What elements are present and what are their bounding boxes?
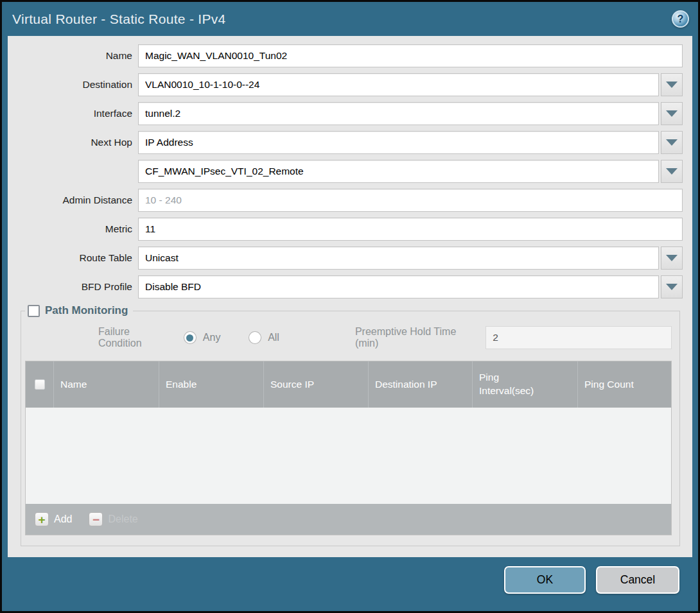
column-header-ping-interval[interactable]: Ping Interval(sec)	[473, 361, 578, 408]
admin-distance-field[interactable]	[138, 189, 683, 212]
destination-label: Destination	[8, 79, 132, 91]
form-row-admin-distance: Admin Distance	[8, 189, 683, 212]
table-header-row: Name Enable Source IP Destination IP Pin…	[26, 361, 671, 408]
preemptive-hold-input[interactable]	[486, 326, 672, 349]
path-monitoring-title: Path Monitoring	[45, 304, 128, 317]
metric-field[interactable]	[138, 218, 683, 241]
radio-any-label: Any	[203, 332, 221, 343]
next-hop-type-dropdown-button[interactable]	[661, 131, 683, 154]
help-icon[interactable]: ?	[672, 10, 689, 28]
column-header-enable[interactable]: Enable	[159, 361, 264, 408]
failure-condition-label: Failure Condition	[98, 326, 175, 349]
bfd-profile-dropdown-button[interactable]	[661, 275, 683, 298]
route-table-dropdown-button[interactable]	[661, 246, 683, 270]
next-hop-address-dropdown-button[interactable]	[661, 160, 683, 183]
path-monitoring-table: Name Enable Source IP Destination IP Pin…	[25, 361, 672, 535]
form-row-next-hop-address	[8, 160, 683, 183]
radio-any[interactable]	[184, 331, 197, 344]
admin-distance-label: Admin Distance	[8, 194, 132, 206]
cancel-button[interactable]: Cancel	[596, 566, 679, 594]
delete-button[interactable]: − Delete	[89, 512, 137, 526]
destination-field[interactable]	[138, 73, 659, 96]
path-monitoring-legend: Path Monitoring	[25, 304, 133, 317]
form-row-next-hop: Next Hop	[8, 131, 683, 154]
metric-label: Metric	[8, 223, 132, 235]
route-table-field[interactable]	[138, 246, 659, 270]
bfd-profile-label: BFD Profile	[8, 281, 132, 293]
next-hop-address-field[interactable]	[138, 160, 659, 183]
select-all-checkbox[interactable]	[35, 379, 45, 390]
name-label: Name	[8, 50, 132, 62]
radio-all[interactable]	[249, 331, 261, 344]
add-button[interactable]: + Add	[35, 512, 72, 526]
next-hop-type-field[interactable]	[138, 131, 659, 154]
interface-field[interactable]	[138, 102, 659, 125]
column-header-name[interactable]: Name	[54, 361, 159, 408]
form-row-destination: Destination	[8, 73, 683, 96]
form-row-route-table: Route Table	[8, 246, 683, 270]
form-row-bfd-profile: BFD Profile	[8, 275, 683, 298]
plus-icon: +	[35, 512, 49, 526]
table-body-empty	[26, 408, 671, 504]
path-monitoring-checkbox[interactable]	[28, 305, 40, 317]
route-table-label: Route Table	[8, 252, 132, 264]
chevron-down-icon	[666, 82, 678, 88]
interface-label: Interface	[8, 108, 132, 119]
title-bar: Virtual Router - Static Route - IPv4 ?	[2, 2, 698, 36]
interface-dropdown-button[interactable]	[661, 102, 683, 125]
ok-button[interactable]: OK	[504, 566, 586, 594]
dialog-footer: OK Cancel	[2, 557, 698, 611]
preemptive-hold-label: Preemptive Hold Time (min)	[355, 326, 480, 349]
next-hop-label: Next Hop	[8, 137, 132, 148]
form-row-metric: Metric	[8, 218, 683, 241]
chevron-down-icon	[666, 284, 678, 290]
chevron-down-icon	[666, 139, 678, 146]
minus-icon: −	[89, 512, 103, 526]
chevron-down-icon	[666, 255, 678, 261]
dialog-body: Name Destination Interface Next Hop	[8, 36, 692, 557]
chevron-down-icon	[666, 110, 678, 117]
name-field[interactable]	[138, 44, 683, 67]
bfd-profile-field[interactable]	[138, 275, 659, 298]
chevron-down-icon	[666, 168, 678, 175]
dialog-window: Virtual Router - Static Route - IPv4 ? N…	[0, 0, 700, 613]
form-row-interface: Interface	[8, 102, 683, 125]
destination-dropdown-button[interactable]	[661, 73, 683, 96]
table-toolbar: + Add − Delete	[26, 504, 671, 535]
path-monitoring-section: Path Monitoring Failure Condition Any Al…	[21, 304, 680, 546]
column-header-ping-count[interactable]: Ping Count	[578, 361, 671, 408]
column-header-select	[26, 361, 54, 408]
form-row-name: Name	[8, 44, 683, 67]
dialog-title: Virtual Router - Static Route - IPv4	[12, 12, 672, 27]
column-header-destination-ip[interactable]: Destination IP	[369, 361, 473, 408]
radio-all-label: All	[268, 332, 279, 343]
failure-condition-row: Failure Condition Any All Preemptive Hol…	[98, 326, 672, 349]
column-header-source-ip[interactable]: Source IP	[264, 361, 369, 408]
